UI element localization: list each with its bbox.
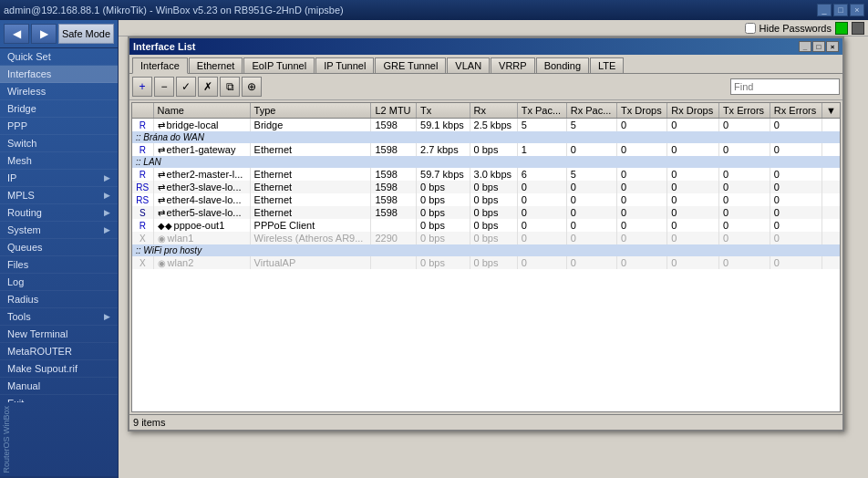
sidebar-item-wireless[interactable]: Wireless [0,83,118,100]
row-rx-drops: 0 [667,119,719,132]
sidebar-item-files[interactable]: Files [0,256,118,274]
sidebar-item-interfaces[interactable]: Interfaces [0,66,118,83]
forward-button[interactable]: ▶ [31,24,57,44]
win-close-button[interactable]: × [826,41,839,52]
close-button[interactable]: × [850,4,864,16]
sidebar-item-label: Switch [7,138,36,149]
col-header-Rx Errors[interactable]: Rx Errors [770,103,822,119]
sidebar-item-system[interactable]: System▶ [0,222,118,239]
tab-eoip-tunnel[interactable]: EoIP Tunnel [243,57,315,73]
table-row[interactable]: R⇄ether2-master-l...Ethernet159859.7 kbp… [132,168,840,181]
chevron-right-icon: ▶ [104,208,110,217]
safe-mode-button[interactable]: Safe Mode [58,24,114,44]
row-rx: 0 bps [470,219,517,232]
table-row[interactable]: X◉wlan1Wireless (Atheros AR9...22900 bps… [132,232,840,244]
row-l2mtu: 1598 [371,143,417,156]
tab-lte[interactable]: LTE [590,57,624,73]
sidebar-item-routing[interactable]: Routing▶ [0,204,118,222]
row-tx: 59.1 kbps [417,119,470,132]
col-header-Rx Pac...[interactable]: Rx Pac... [566,103,616,119]
sidebar-item-bridge[interactable]: Bridge [0,100,118,118]
table-row[interactable]: R⇄ether1-gatewayEthernet15982.7 kbps0 bp… [132,143,840,156]
row-rx-errors: 0 [770,181,822,193]
sidebar-item-log[interactable]: Log [0,274,118,291]
col-header-Tx[interactable]: Tx [417,103,470,119]
table-row[interactable]: R◆◆pppoe-out1PPPoE Client0 bps0 bps00000… [132,219,840,232]
col-header-Type[interactable]: Type [250,103,371,119]
table-row[interactable]: R⇄bridge-localBridge159859.1 kbps2.5 kbp… [132,119,840,132]
filter-button[interactable]: ⊕ [242,77,262,97]
sidebar-item-mesh[interactable]: Mesh [0,152,118,170]
tab-vlan[interactable]: VLAN [447,57,490,73]
find-input[interactable] [730,78,840,95]
row-l2mtu [371,219,417,232]
row-tx-pac: 0 [517,193,566,206]
col-header-Rx[interactable]: Rx [470,103,517,119]
chevron-right-icon: ▶ [104,173,110,182]
row-rx: 2.5 kbps [470,119,517,132]
row-type: VirtualAP [250,256,371,269]
tab-interface[interactable]: Interface [132,57,188,74]
win-minimize-button[interactable]: _ [799,41,811,52]
row-tx: 0 bps [417,219,470,232]
row-tx-drops: 0 [617,181,667,193]
sidebar-item-quick-set[interactable]: Quick Set [0,48,118,66]
col-header-L2 MTU[interactable]: L2 MTU [371,103,417,119]
interface-table-container[interactable]: NameTypeL2 MTUTxRxTx Pac...Rx Pac...Tx D… [131,102,841,412]
sidebar-item-mpls[interactable]: MPLS▶ [0,187,118,204]
minimize-button[interactable]: _ [817,4,832,16]
table-row[interactable]: S⇄ether5-slave-lo...Ethernet15980 bps0 b… [132,206,840,219]
hide-passwords-checkbox[interactable] [745,23,756,34]
enable-button[interactable]: ✓ [176,77,196,97]
tab-ethernet[interactable]: Ethernet [189,57,243,73]
row-type: Wireless (Atheros AR9... [250,232,371,244]
toolbar: + − ✓ ✗ ⧉ ⊕ [129,74,842,100]
sidebar-item-label: Log [7,276,24,287]
copy-button[interactable]: ⧉ [220,77,240,97]
table-row[interactable]: RS⇄ether3-slave-lo...Ethernet15980 bps0 … [132,181,840,193]
sidebar-item-radius[interactable]: Radius [0,291,118,308]
col-header-Name[interactable]: Name [153,103,250,119]
interface-icon: ⇄ [158,120,165,130]
col-header-Rx Drops[interactable]: Rx Drops [667,103,719,119]
sidebar-item-manual[interactable]: Manual [0,378,118,395]
sidebar-item-tools[interactable]: Tools▶ [0,308,118,326]
col-header-0[interactable] [132,103,153,119]
sidebar-item-metarouter[interactable]: MetaROUTER [0,343,118,360]
row-rx-errors: 0 [770,256,822,269]
sidebar-item-queues[interactable]: Queues [0,239,118,256]
row-tx-pac: 0 [517,206,566,219]
sidebar-item-new-terminal[interactable]: New Terminal [0,326,118,343]
tab-ip-tunnel[interactable]: IP Tunnel [315,57,374,73]
table-row[interactable]: RS⇄ether4-slave-lo...Ethernet15980 bps0 … [132,193,840,206]
interface-icon: ◉ [158,234,166,244]
tab-bonding[interactable]: Bonding [536,57,589,73]
row-type: Ethernet [250,168,371,181]
tab-gre-tunnel[interactable]: GRE Tunnel [375,57,446,73]
sidebar-item-label: Quick Set [7,51,51,62]
row-rx-errors: 0 [770,168,822,181]
remove-button[interactable]: − [154,77,174,97]
col-header-Tx Pac...[interactable]: Tx Pac... [517,103,566,119]
col-header-Tx Drops[interactable]: Tx Drops [617,103,667,119]
hide-passwords-label: Hide Passwords [760,23,832,34]
col-header-Tx Errors[interactable]: Tx Errors [718,103,770,119]
back-button[interactable]: ◀ [4,24,29,44]
disable-button[interactable]: ✗ [198,77,218,97]
table-row[interactable]: X◉wlan2VirtualAP0 bps0 bps000000 [132,256,840,269]
sidebar-item-switch[interactable]: Switch [0,135,118,152]
add-button[interactable]: + [132,77,152,97]
col-header-12[interactable]: ▼ [822,103,840,119]
sidebar-item-ip[interactable]: IP▶ [0,170,118,187]
row-rx-drops: 0 [667,219,719,232]
sidebar-item-ppp[interactable]: PPP [0,118,118,135]
row-name: ⇄ether4-slave-lo... [153,193,250,206]
maximize-button[interactable]: □ [833,4,848,16]
tab-vrrp[interactable]: VRRP [491,57,535,73]
win-maximize-button[interactable]: □ [812,41,825,52]
row-tx-errors: 0 [718,219,770,232]
sidebar-item-make-supout.rif[interactable]: Make Supout.rif [0,360,118,378]
hide-passwords-area: Hide Passwords [745,22,864,35]
tab-bar: InterfaceEthernetEoIP TunnelIP TunnelGRE… [129,55,842,74]
row-tx-errors: 0 [718,206,770,219]
